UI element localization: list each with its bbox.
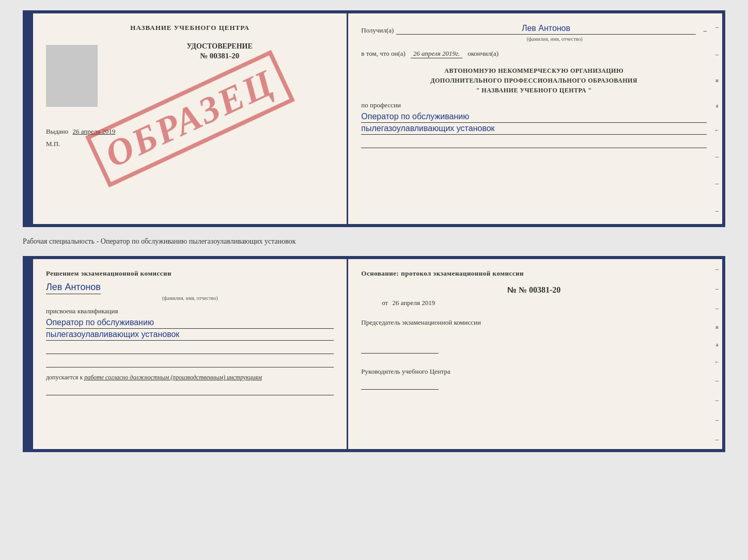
blank-line-1: [361, 138, 707, 148]
blank-line-bottom-3: [46, 385, 334, 395]
book-left-top: НАЗВАНИЕ УЧЕБНОГО ЦЕНТРА УДОСТОВЕРЕНИЕ №…: [33, 13, 348, 224]
protocol-number-value: № 00381-20: [519, 285, 560, 294]
resheniem-title: Решением экзаменационной комиссии: [46, 269, 334, 278]
org-text: АВТОНОМНУЮ НЕКОММЕРЧЕСКУЮ ОРГАНИЗАЦИЮ ДО…: [361, 66, 707, 96]
ot-date: от 26 апреля 2019: [361, 299, 707, 307]
vtom-label: в том, что он(а): [361, 50, 406, 58]
book-spine-bottom: [26, 259, 33, 449]
book-right-bottom: Основание: протокол экзаменационной коми…: [348, 259, 722, 449]
mark-6: –: [715, 152, 719, 161]
protocol-number: № № 00381-20: [361, 285, 707, 295]
bmark-8: –: [715, 396, 719, 404]
dopuskaetsya-text: допускается к работе согласно должностны…: [46, 373, 334, 382]
vydano-line: Выдано 26 апреля 2019: [46, 127, 334, 136]
side-marks-bottom: – – – и а ← – – – –: [712, 259, 722, 449]
bmark-6: ←: [714, 359, 720, 365]
book-right-top: Получил(а) Лев Антонов – (фамилия, имя, …: [348, 13, 722, 224]
separator-text: Рабочая специальность - Оператор по обсл…: [23, 233, 725, 250]
mark-1: –: [715, 23, 719, 31]
number-sign: №: [507, 285, 517, 294]
mark-8: –: [715, 206, 719, 215]
po-professii-label: по профессии: [361, 101, 707, 109]
photo-placeholder: [46, 45, 98, 107]
school-name-top: НАЗВАНИЕ УЧЕБНОГО ЦЕНТРА: [46, 24, 334, 32]
vtom-date: 26 апреля 2019г.: [411, 50, 462, 58]
bmark-4: и: [715, 324, 719, 330]
bmark-1: –: [715, 265, 719, 273]
bmark-3: –: [715, 304, 719, 312]
poluchil-line: Получил(а) Лев Антонов –: [361, 24, 707, 35]
okonchil-label: окончил(а): [467, 50, 498, 58]
vtom-line: в том, что он(а) 26 апреля 2019г. окончи…: [361, 50, 707, 58]
poluchil-label: Получил(а): [361, 26, 394, 35]
bmark-2: –: [715, 284, 719, 293]
profession-line2: пылегазоулавливающих установок: [361, 124, 707, 135]
mark-2: –: [715, 50, 719, 58]
blank-line-bottom-2: [46, 357, 334, 367]
doc-number-top: № 00381-20: [105, 52, 334, 60]
side-marks-top: – – и а ← – – –: [712, 13, 722, 224]
vydano-date: 26 апреля 2019: [73, 127, 116, 135]
udostoverenie-title: УДОСТОВЕРЕНИЕ: [105, 42, 334, 51]
osnovanie-title: Основание: протокол экзаменационной коми…: [361, 269, 707, 278]
book-left-bottom: Решением экзаменационной комиссии Лев Ан…: [33, 259, 348, 449]
document-container: НАЗВАНИЕ УЧЕБНОГО ЦЕНТРА УДОСТОВЕРЕНИЕ №…: [23, 10, 725, 452]
dash-after-name: –: [704, 26, 707, 35]
rukovoditel-label: Руководитель учебного Центра: [361, 366, 707, 377]
ot-label: от: [382, 299, 388, 307]
mark-4: а: [716, 102, 719, 108]
ot-date-value: 26 апреля 2019: [393, 299, 435, 307]
predsedatel-sign-line: [361, 343, 439, 354]
qualification-line1: Оператор по обслуживанию: [46, 318, 334, 329]
rukovoditel-sign-line: [361, 379, 439, 390]
book-spine-top: [26, 13, 33, 224]
org-line3: " НАЗВАНИЕ УЧЕБНОГО ЦЕНТРА ": [361, 86, 707, 95]
predsedatel-label: Председатель экзаменационной комиссии: [361, 317, 707, 328]
qualification-line2: пылегазоулавливающих установок: [46, 330, 334, 341]
person-name-bottom: Лев Антонов: [46, 282, 101, 294]
prisvoena-label: присвоена квалификация: [46, 307, 334, 315]
bmark-5: а: [716, 341, 719, 347]
fio-caption-top: (фамилия, имя, отчество): [402, 36, 707, 42]
bmark-9: –: [715, 415, 719, 424]
org-line2: ДОПОЛНИТЕЛЬНОГО ПРОФЕССИОНАЛЬНОГО ОБРАЗО…: [361, 76, 707, 86]
certificate-top: НАЗВАНИЕ УЧЕБНОГО ЦЕНТРА УДОСТОВЕРЕНИЕ №…: [23, 10, 725, 227]
mark-5: ←: [714, 127, 720, 133]
dopuskaetsya-label: допускается к: [46, 374, 83, 381]
bmark-7: –: [715, 376, 719, 385]
poluchil-name: Лев Антонов: [396, 24, 695, 35]
mark-3: и: [715, 77, 719, 83]
profession-line1: Оператор по обслуживанию: [361, 112, 707, 123]
certificate-bottom: Решением экзаменационной комиссии Лев Ан…: [23, 256, 725, 452]
blank-line-bottom-1: [46, 344, 334, 354]
mp-line: М.П.: [46, 140, 334, 148]
bmark-10: –: [715, 435, 719, 443]
fio-caption-bottom: (фамилия, имя, отчество): [46, 295, 334, 301]
dopuskaetsya-value: работе согласно должностным (производств…: [84, 374, 262, 381]
vydano-label: Выдано: [46, 127, 68, 135]
org-line1: АВТОНОМНУЮ НЕКОММЕРЧЕСКУЮ ОРГАНИЗАЦИЮ: [361, 66, 707, 76]
mark-7: –: [715, 179, 719, 187]
